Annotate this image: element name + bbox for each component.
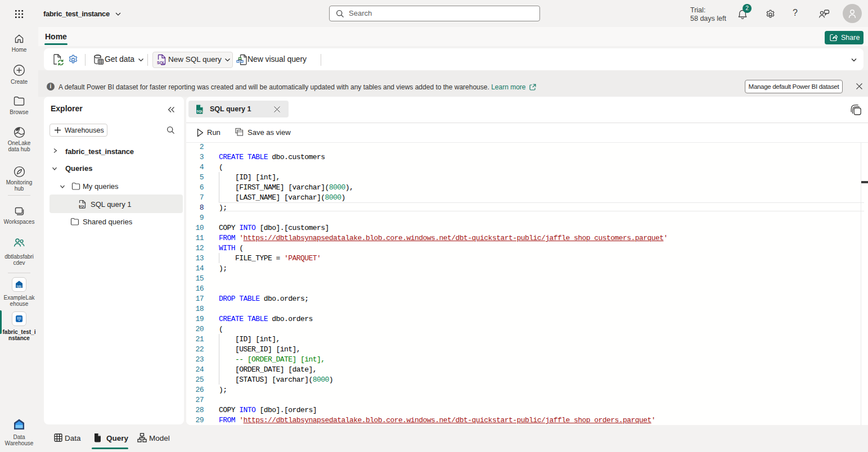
svg-text:SQL: SQL (157, 61, 165, 65)
svg-text:SQL: SQL (197, 110, 204, 113)
svg-text:SQL: SQL (79, 205, 86, 208)
